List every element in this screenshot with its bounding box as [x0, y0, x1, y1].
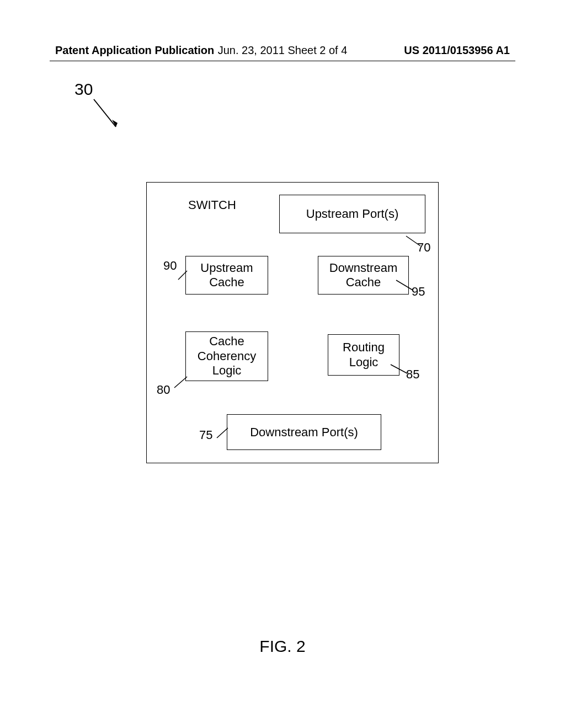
- switch-block: SWITCH Upstream Port(s) 70 Upstream Cach…: [146, 182, 439, 463]
- svg-line-5: [174, 377, 187, 388]
- upstream-cache-block: Upstream Cache: [185, 256, 268, 295]
- downstream-ports-label: Downstream Port(s): [250, 425, 358, 440]
- leader-line-icon: [216, 427, 230, 441]
- header-publication: Patent Application Publication: [55, 44, 214, 57]
- svg-line-2: [406, 236, 420, 246]
- upstream-ports-label: Upstream Port(s): [306, 207, 398, 221]
- svg-line-4: [396, 280, 413, 290]
- leader-line-icon: [395, 279, 414, 293]
- leader-line-icon: [177, 270, 188, 283]
- svg-line-6: [391, 365, 407, 373]
- header-divider: [50, 61, 515, 61]
- reference-numeral-75: 75: [199, 428, 212, 442]
- upstream-cache-label: Upstream Cache: [200, 261, 253, 290]
- arrow-icon: [91, 97, 124, 135]
- leader-line-icon: [173, 376, 190, 389]
- routing-logic-label: Routing Logic: [343, 340, 385, 370]
- cache-coherency-label: Cache Coherency Logic: [198, 334, 256, 378]
- routing-logic-block: Routing Logic: [328, 334, 399, 376]
- reference-numeral-30: 30: [74, 80, 93, 99]
- svg-line-3: [178, 271, 187, 280]
- svg-line-7: [217, 428, 228, 438]
- header-publication-number: US 2011/0153956 A1: [404, 44, 510, 57]
- upstream-ports-block: Upstream Port(s): [279, 195, 425, 233]
- leader-line-icon: [405, 235, 422, 249]
- figure-caption: FIG. 2: [259, 637, 305, 656]
- page-header: Patent Application Publication Jun. 23, …: [0, 44, 565, 57]
- reference-numeral-80: 80: [157, 383, 170, 397]
- switch-title: SWITCH: [188, 198, 236, 212]
- cache-coherency-block: Cache Coherency Logic: [185, 331, 268, 381]
- downstream-ports-block: Downstream Port(s): [227, 414, 381, 450]
- header-date-sheet: Jun. 23, 2011 Sheet 2 of 4: [218, 44, 348, 57]
- svg-line-0: [94, 99, 116, 127]
- leader-line-icon: [390, 363, 409, 377]
- reference-numeral-90: 90: [163, 259, 177, 273]
- downstream-cache-label: Downstream Cache: [329, 261, 397, 290]
